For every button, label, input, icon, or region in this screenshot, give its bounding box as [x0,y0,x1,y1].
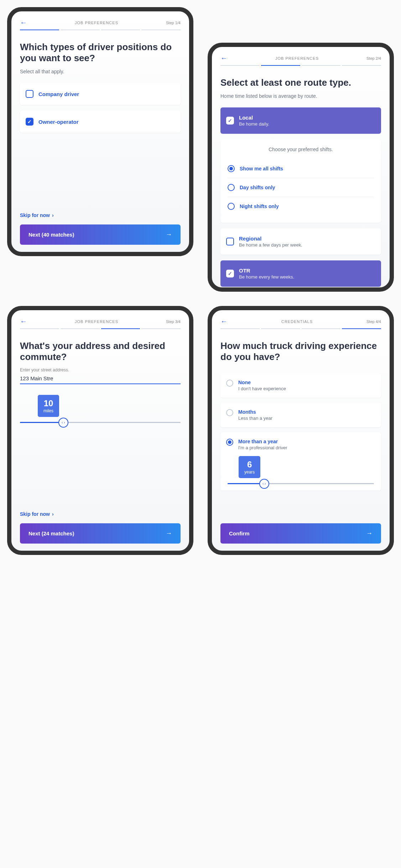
screen-4-experience: ← CREDENTIALS Step 4/4 How much truck dr… [208,306,394,555]
screen-3-address: ← JOB PREFERENCES Step 3/4 What's your a… [7,306,193,555]
progress-bar [20,328,181,329]
option-label: Owner-operator [38,119,79,125]
header-title: JOB PREFERENCES [75,21,118,25]
arrow-right-icon: → [166,231,172,238]
skip-link[interactable]: Skip for now › [20,212,181,218]
checkbox-icon [226,117,234,125]
exp-sub: I don't have experience [238,386,286,391]
years-slider[interactable]: ‹ › [228,483,374,484]
commute-slider[interactable]: ‹ › [20,422,181,423]
back-icon[interactable]: ← [20,317,27,326]
shift-option-night[interactable]: Night shifts only [228,197,374,216]
chevron-right-icon: › [52,511,54,517]
arrow-right-icon: → [366,530,373,537]
checkbox-icon [226,270,234,277]
header-title: JOB PREFERENCES [275,56,319,60]
next-button[interactable]: Next (24 matches) → [20,523,181,544]
exp-title: More than a year [238,439,287,444]
question-title: What's your address and desired commute? [20,340,181,362]
exp-title: None [238,380,286,385]
address-input-label: Enter your street address. [20,367,181,372]
back-icon[interactable]: ← [20,18,27,27]
exp-option-year[interactable]: More than a year I'm a professional driv… [220,432,381,491]
option-company-driver[interactable]: Company driver [20,83,181,105]
chevron-right-icon: › [52,212,54,218]
question-title: Which types of driver positions do you w… [20,42,181,64]
shift-label: Day shifts only [240,185,275,190]
shift-label: Night shifts only [240,203,279,209]
exp-title: Months [238,409,272,415]
exp-sub: Less than a year [238,416,272,421]
exp-sub: I'm a professional driver [238,445,287,450]
question-title: How much truck driving experience do you… [220,340,381,362]
header: ← JOB PREFERENCES Step 1/4 [20,18,181,27]
radio-icon [226,439,233,446]
skip-link[interactable]: Skip for now › [20,511,181,517]
back-icon[interactable]: ← [220,54,228,62]
progress-bar [20,30,181,30]
slider-thumb-icon[interactable]: ‹ › [259,479,269,489]
next-button[interactable]: Next (40 matches) → [20,224,181,245]
progress-bar [220,65,381,66]
slider-thumb-icon[interactable]: ‹ › [58,418,68,428]
radio-icon [228,165,235,172]
address-input[interactable] [20,374,181,384]
route-sub: Be home every few weeks. [239,274,294,280]
shift-option-all[interactable]: Show me all shifts [228,159,374,178]
route-title: Local [239,115,269,121]
checkbox-icon [226,238,234,245]
screen-2-route-type: ← JOB PREFERENCES Step 2/4 Select at lea… [208,43,394,292]
route-title: Regional [239,235,302,242]
commute-value-badge: 10 miles [38,395,59,417]
step-indicator: Step 1/4 [166,21,181,25]
route-sub: Be home a few days per week. [239,242,302,248]
route-otr[interactable]: OTR Be home every few weeks. [220,260,381,287]
option-label: Company driver [38,91,79,97]
years-value-badge: 6 years [239,456,260,478]
shift-preferences: Choose your preferred shifts. Show me al… [220,139,381,223]
checkbox-icon [26,90,33,98]
question-subtitle: Select all that apply. [20,69,181,74]
route-regional[interactable]: Regional Be home a few days per week. [220,228,381,255]
radio-icon [228,184,235,191]
screen-1-positions: ← JOB PREFERENCES Step 1/4 Which types o… [7,7,193,256]
radio-icon [226,380,233,387]
option-owner-operator[interactable]: Owner-operator [20,111,181,133]
radio-icon [226,409,233,416]
header: ← JOB PREFERENCES Step 2/4 [220,54,381,62]
confirm-button[interactable]: Confirm → [220,523,381,544]
route-sub: Be home daily. [239,121,269,127]
checkbox-icon [26,118,33,126]
back-icon[interactable]: ← [220,317,228,326]
question-title: Select at least one route type. [220,77,381,88]
header-title: JOB PREFERENCES [75,319,118,324]
exp-option-months[interactable]: Months Less than a year [220,403,381,427]
header: ← JOB PREFERENCES Step 3/4 [20,317,181,326]
step-indicator: Step 3/4 [166,319,181,324]
step-indicator: Step 2/4 [366,56,381,60]
header: ← CREDENTIALS Step 4/4 [220,317,381,326]
route-title: OTR [239,268,294,274]
progress-bar [220,328,381,329]
radio-icon [228,203,235,210]
shift-option-day[interactable]: Day shifts only [228,178,374,197]
shift-label: Show me all shifts [240,166,283,171]
arrow-right-icon: → [166,530,172,537]
shift-section-title: Choose your preferred shifts. [228,147,374,152]
step-indicator: Step 4/4 [366,319,381,324]
route-local[interactable]: Local Be home daily. [220,107,381,134]
question-subtitle: Home time listed below is average by rou… [220,93,381,99]
exp-option-none[interactable]: None I don't have experience [220,373,381,398]
header-title: CREDENTIALS [281,319,313,324]
